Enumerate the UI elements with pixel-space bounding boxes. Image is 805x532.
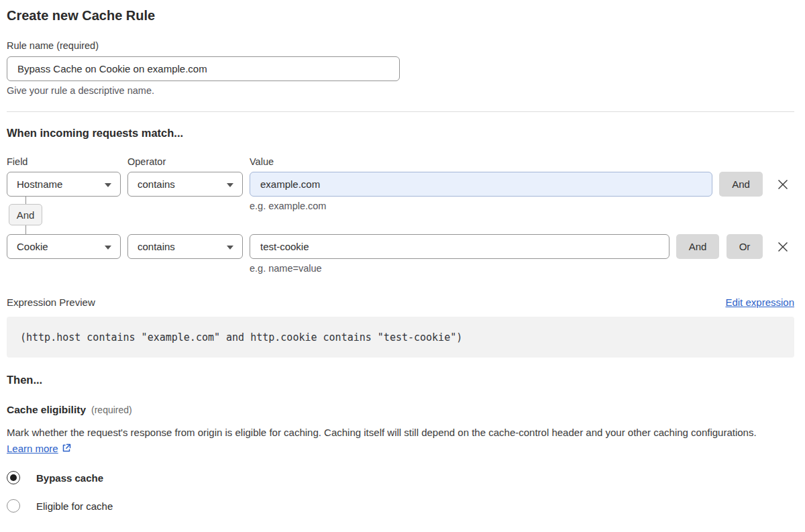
add-and-condition-button[interactable]: And <box>719 172 763 197</box>
radio-unselected-icon <box>7 499 20 513</box>
add-or-condition-button[interactable]: Or <box>727 234 763 259</box>
condition-connector: And <box>7 195 44 234</box>
add-and-condition-button[interactable]: And <box>676 234 719 259</box>
value-hint: e.g. name=value <box>250 263 669 274</box>
expression-preview-box: (http.host contains "example.com" and ht… <box>7 317 794 358</box>
cache-eligibility-description: Mark whether the request's response from… <box>7 425 785 457</box>
then-section-heading: Then... <box>7 374 794 386</box>
description-text: Mark whether the request's response from… <box>7 427 757 438</box>
field-column-label: Field <box>7 156 127 167</box>
learn-more-link[interactable]: Learn more <box>7 443 58 454</box>
create-cache-rule-page: Create new Cache Rule Rule name (require… <box>0 0 805 532</box>
expression-preview-label: Expression Preview <box>7 297 95 308</box>
chevron-down-icon <box>105 246 111 250</box>
value-column-label: Value <box>250 156 274 167</box>
radio-selected-icon <box>7 471 20 484</box>
field-select-value: Cookie <box>17 241 48 252</box>
chevron-down-icon <box>227 183 233 187</box>
required-note: (required) <box>91 405 132 415</box>
radio-option-0[interactable]: Bypass cache <box>7 471 794 484</box>
expression-header: Expression Preview Edit expression <box>7 297 794 308</box>
match-column-labels: Field Operator Value <box>7 156 794 167</box>
close-icon <box>777 241 789 253</box>
remove-condition-button[interactable] <box>777 172 789 197</box>
value-hint: e.g. example.com <box>250 201 712 211</box>
radio-option-1[interactable]: Eligible for cache <box>7 499 794 513</box>
rule-name-input[interactable] <box>7 56 400 81</box>
value-column: e.g. name=value <box>250 234 669 274</box>
operator-select[interactable]: contains <box>127 234 243 259</box>
section-divider <box>7 111 794 112</box>
remove-condition-button[interactable] <box>777 234 789 259</box>
cache-eligibility-header: Cache eligibility (required) <box>7 404 794 416</box>
operator-select[interactable]: contains <box>127 172 243 197</box>
chevron-down-icon <box>105 183 111 187</box>
match-row: Hostname contains e.g. example.com And <box>7 172 794 211</box>
operator-select-value: contains <box>138 241 175 252</box>
edit-expression-link[interactable]: Edit expression <box>725 297 794 308</box>
match-section-heading: When incoming requests match... <box>7 127 794 140</box>
operator-select-value: contains <box>138 178 175 190</box>
field-select[interactable]: Cookie <box>7 234 121 259</box>
field-select-value: Hostname <box>17 178 62 190</box>
cache-eligibility-title: Cache eligibility <box>7 404 86 416</box>
expression-code: (http.host contains "example.com" and ht… <box>20 331 462 343</box>
field-select[interactable]: Hostname <box>7 172 121 197</box>
radio-option-label: Bypass cache <box>36 472 103 484</box>
chevron-down-icon <box>227 246 233 250</box>
connector-and-chip[interactable]: And <box>9 204 42 225</box>
value-input[interactable] <box>250 172 712 197</box>
rule-name-label: Rule name (required) <box>7 40 794 51</box>
value-input[interactable] <box>250 234 669 259</box>
connector-line-bottom <box>25 225 26 234</box>
page-title: Create new Cache Rule <box>7 7 794 24</box>
operator-column-label: Operator <box>127 156 250 167</box>
close-icon <box>777 178 789 191</box>
external-link-icon <box>61 443 72 454</box>
value-column: e.g. example.com <box>250 172 712 211</box>
match-row: Cookie contains e.g. name=value And Or <box>7 234 794 274</box>
radio-option-label: Eligible for cache <box>36 500 113 512</box>
rule-name-helper: Give your rule a descriptive name. <box>7 85 794 96</box>
